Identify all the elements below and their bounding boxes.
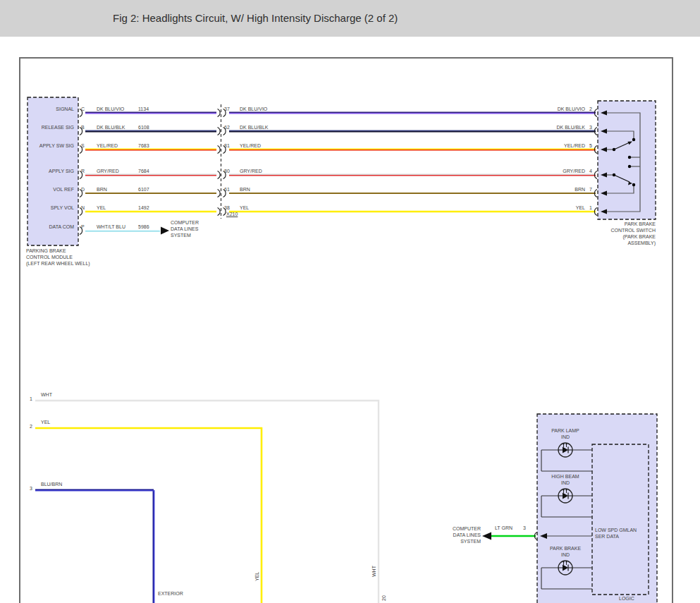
wire-release-dkblublk	[85, 130, 596, 132]
wire-applysw-yelred	[85, 149, 596, 150]
switch-caption: PARK BRAKE CONTROL SWITCH (PARK BRAKE AS…	[585, 221, 656, 246]
connector-pin-label: 61	[224, 186, 230, 193]
connector-pin-label: 37	[224, 106, 230, 112]
pin-name-label: SIGNAL	[26, 106, 74, 112]
wire-color-label: WHT	[41, 391, 52, 398]
connector-pin-label: 3	[523, 525, 526, 531]
indicator-label: PARK LAMP IND	[537, 427, 594, 440]
wire-color-label: BLU/BRN	[41, 481, 62, 487]
wire-color-label: GRY/RED	[522, 168, 585, 174]
wire-color-label: GRY/RED	[240, 168, 262, 174]
connector-pin-label: 62	[224, 124, 230, 130]
circuit-number-label: 7684	[138, 168, 149, 174]
wire-color-label: YEL	[240, 205, 249, 211]
pin-letter-label: N	[81, 205, 85, 211]
cluster-block	[537, 414, 657, 603]
wire-color-label: DK BLU/VIO	[240, 106, 267, 112]
switch-pin-label: 3	[581, 124, 592, 130]
wire-blubrn	[35, 489, 154, 603]
wire-color-label: DK BLU/BLK	[97, 124, 125, 130]
wire-color-label: BRN	[97, 186, 107, 193]
circuit-number-label: 5986	[138, 224, 149, 230]
wire-color-label: LT GRN	[495, 525, 512, 531]
diagram-graphics	[0, 0, 700, 603]
pin-name-label: DATA COM	[26, 224, 74, 230]
connector-pin-label: 81	[224, 142, 230, 149]
pin-letter-label: B	[81, 124, 85, 130]
pin-name-label: RELEASE SIG	[26, 124, 74, 130]
connector-id-label: X210	[226, 211, 238, 217]
pin-letter-label: C	[81, 106, 85, 112]
diagram-canvas: Fig 2: Headlights Circuit, W/ High Inten…	[0, 0, 700, 603]
wire-color-label: YEL/RED	[97, 142, 118, 149]
wire-color-label: DK BLU/BLK	[522, 124, 585, 130]
circuit-number-label: 1134	[138, 106, 149, 112]
data-lines-arrow-left-icon	[482, 532, 491, 540]
vertical-wire-label-yel: YEL	[254, 572, 259, 581]
wire-color-label: YEL	[522, 205, 585, 211]
switch-pin-label: 1	[581, 205, 592, 211]
pin-letter-label: S	[81, 142, 85, 149]
switch-pin-label: 7	[581, 186, 592, 193]
pin-name-label: SPLY VOL	[26, 205, 74, 211]
wire-color-label: YEL/RED	[522, 142, 585, 149]
switch-pin-label: 4	[581, 168, 592, 174]
bottom-pin-label: 3	[25, 485, 32, 492]
wire-color-label: YEL	[41, 419, 50, 425]
switch-pin-label: 5	[581, 142, 592, 149]
wire-wht	[35, 401, 379, 603]
bottom-pin-label: 1	[25, 396, 32, 402]
vertical-circuit-label: 20	[381, 595, 386, 601]
wire-color-label: WHT/LT BLU	[97, 224, 125, 230]
inline-connector-x210	[218, 104, 226, 219]
pin-name-label: APPLY SW SIG	[26, 142, 74, 149]
vertical-wire-label-wht: WHT	[372, 566, 376, 577]
serial-bus-label: LOW SPD GMLAN SER DATA	[595, 527, 637, 540]
wire-signal-dkbluvio	[85, 112, 596, 114]
wire-color-label: DK BLU/BLK	[240, 124, 268, 130]
wire-color-label: GRY/RED	[97, 168, 119, 174]
indicator-label: HIGH BEAM IND	[537, 473, 594, 486]
pin-name-label: VOL REF	[26, 186, 74, 193]
data-lines-arrow-right-icon	[161, 227, 169, 235]
wire-yel-bottom	[35, 428, 262, 603]
connector-pin-label: 80	[224, 168, 230, 174]
indicator-label: PARK BRAKE IND	[537, 545, 594, 558]
circuit-number-label: 6107	[138, 186, 149, 193]
wire-color-label: BRN	[240, 186, 250, 193]
switch-block	[598, 101, 656, 219]
logic-label: LOGIC	[619, 595, 634, 602]
exterior-label: EXTERIOR	[158, 590, 183, 597]
connector-pin-label: 38	[224, 205, 230, 211]
pin-letter-label: P	[81, 224, 85, 230]
bottom-pin-label: 2	[25, 423, 32, 430]
wire-color-label: YEL/RED	[240, 142, 261, 149]
wire-apply-gryred	[85, 174, 596, 176]
logic-block	[592, 444, 649, 595]
pin-name-label: APPLY SIG	[26, 168, 74, 174]
wire-color-label: DK BLU/VIO	[97, 106, 124, 112]
pin-letter-label: D	[81, 186, 85, 193]
wire-color-label: YEL	[97, 205, 106, 211]
wire-color-label: DK BLU/VIO	[522, 106, 585, 112]
module-caption: PARKING BRAKE CONTROL MODULE (LEFT REAR …	[26, 248, 90, 267]
switch-pin-label: 2	[581, 106, 592, 112]
circuit-number-label: 6108	[138, 124, 149, 130]
pin-letter-label: R	[81, 168, 85, 174]
circuit-number-label: 1492	[138, 205, 149, 211]
circuit-number-label: 7683	[138, 142, 149, 149]
switch-pin-connectors	[594, 109, 597, 216]
wire-color-label: BRN	[522, 186, 585, 193]
computer-data-lines-label: COMPUTER DATA LINES SYSTEM	[423, 525, 481, 544]
computer-data-lines-label: COMPUTER DATA LINES SYSTEM	[171, 219, 199, 238]
